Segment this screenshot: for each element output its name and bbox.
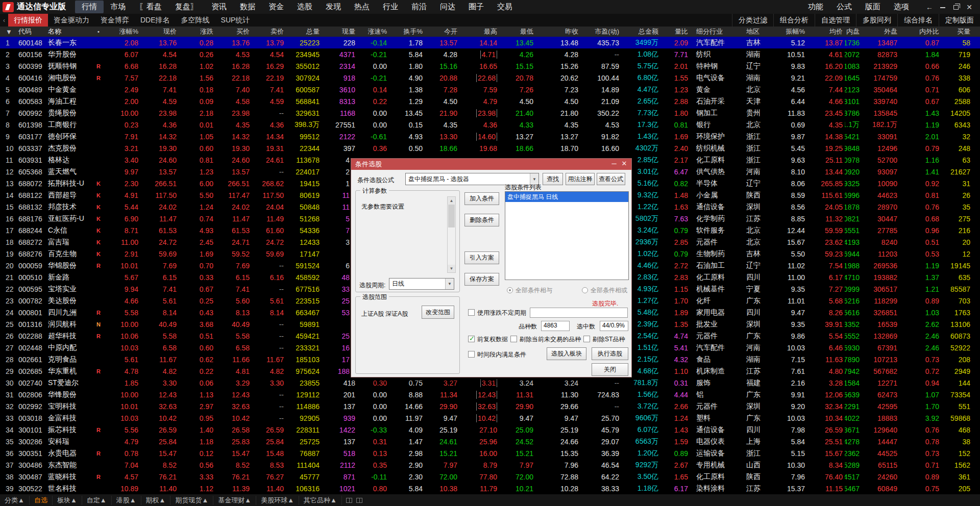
table-row[interactable]: 38300487蓝晓科技R4.5776.213.3376.2176.274577… <box>0 471 980 483</box>
menu-item-〖看盘[interactable]: 〖看盘 <box>132 1 168 13</box>
column-header-均价[interactable]: 均价 <box>807 27 845 36</box>
quote-tab-资金驱动力[interactable]: 资金驱动力 <box>48 14 95 27</box>
menu-item-行情[interactable]: 行情 <box>75 1 104 13</box>
quote-tab-多空阵线[interactable]: 多空阵线 <box>176 14 215 27</box>
close-button[interactable]: 关闭 <box>592 363 628 376</box>
column-header-昨收[interactable]: 昨收 <box>535 27 580 36</box>
filter-dropdown-icon[interactable]: ▼ <box>0 28 17 36</box>
column-header-最低[interactable]: 最低 <box>499 27 535 36</box>
table-row[interactable]: 39300522世名科技10.8911.401.1211.3911.401063… <box>0 483 980 494</box>
column-header-量比[interactable]: 量比 <box>660 27 690 36</box>
execute-select-button[interactable]: 执行选股 <box>592 347 628 360</box>
table-row[interactable]: 8601398工商银行0.234.360.014.354.36398.3万275… <box>0 119 980 131</box>
column-header-买量[interactable]: 买量 <box>941 27 972 36</box>
time-range-checkbox[interactable]: 时间段内满足条件 <box>468 350 526 359</box>
column-header-涨幅%[interactable]: 涨幅% <box>103 27 140 36</box>
subnav-collapse-icon[interactable]: ‹ <box>0 14 8 27</box>
dialog-close-icon[interactable]: ✕ <box>619 159 629 170</box>
scroll-down-icon[interactable]: ▼ <box>448 265 455 272</box>
radio-all-and[interactable]: 全部条件相与 <box>507 286 552 295</box>
table-row[interactable]: 30002740ST爱迪尔1.853.300.063.293.302385541… <box>0 377 980 389</box>
menu-item-复盘〗[interactable]: 复盘〗 <box>168 1 205 13</box>
scroll-up-icon[interactable]: ▲ <box>448 197 455 205</box>
skip-untrade-checkbox[interactable]: 剔除当前未交易的品种 <box>510 335 581 344</box>
radio-all-or[interactable]: 全部条件相或 <box>582 286 627 295</box>
view-formula-button[interactable]: 查看公式 <box>597 173 625 185</box>
close-icon[interactable]: ✕ <box>963 3 976 11</box>
menu-item-问达[interactable]: 问达 <box>433 1 462 13</box>
column-header-内外比[interactable]: 内外比 <box>899 27 941 36</box>
menu-item-前沿[interactable]: 前沿 <box>405 1 433 13</box>
table-row[interactable]: 34300101振芯科技R5.5626.591.4026.5826.592283… <box>0 424 980 436</box>
column-header-换手%[interactable]: 换手% <box>389 27 425 36</box>
period-combobox[interactable]: 日线 ▼ <box>389 278 454 290</box>
save-plan-button[interactable]: 保存方案 <box>464 273 499 286</box>
table-row[interactable]: 33003018金富科技10.0310.420.9510.42--9290593… <box>0 412 980 424</box>
board-tab-美股环球▲[interactable]: 美股环球▲ <box>256 496 299 505</box>
column-header-名称[interactable]: 名称 <box>47 27 94 36</box>
scroll-thumb[interactable] <box>448 205 455 227</box>
board-tab-分类▲[interactable]: 分类▲ <box>0 496 30 505</box>
quote-tab-资金博弈[interactable]: 资金博弈 <box>95 14 135 27</box>
forward-adjust-checkbox[interactable]: 前复权数据 <box>468 335 508 344</box>
params-scrollbar[interactable]: ▲ ▼ <box>447 196 456 273</box>
quote-tab-SUP统计[interactable]: SUP统计 <box>215 14 256 27</box>
tool-定制版面[interactable]: 定制版面 <box>939 14 980 27</box>
column-header-地区[interactable]: 地区 <box>741 27 777 36</box>
table-row[interactable]: 6600583海油工程2.004.590.094.584.59568841831… <box>0 95 980 107</box>
board-tab-其它品种▲[interactable]: 其它品种▲ <box>299 496 342 505</box>
table-row[interactable]: 3600399抚顺特钢R6.6816.281.0216.2816.2935501… <box>0 60 980 72</box>
table-row[interactable]: 5600489中金黄金2.497.410.187.407.41600587361… <box>0 84 980 95</box>
table-row[interactable]: 32002992宝明科技10.0132.632.9732.63--1148861… <box>0 400 980 412</box>
grid-layout-icon[interactable] <box>356 498 362 503</box>
change-range-button[interactable]: 改变范围 <box>422 306 454 319</box>
tool-分类过滤[interactable]: 分类过滤 <box>732 14 773 27</box>
updown-period-field[interactable] <box>530 308 628 318</box>
table-row[interactable]: 9603177德创环保7.9114.321.0514.3214.34995122… <box>0 131 980 142</box>
board-tab-基金理财▲[interactable]: 基金理财▲ <box>213 496 256 505</box>
find-button[interactable]: 查找 <box>543 173 563 185</box>
table-row[interactable]: 4600416湘电股份R7.5722.181.5622.1822.1930792… <box>0 72 980 84</box>
column-header-现量[interactable]: 现量 <box>322 27 357 36</box>
condition-list-item[interactable]: 盘中捕捉黑马 日线 <box>505 192 628 202</box>
tool-综合排名[interactable]: 综合排名 <box>897 14 939 27</box>
column-header-卖价[interactable]: 卖价 <box>252 27 286 36</box>
menu-item-热点[interactable]: 热点 <box>348 1 376 13</box>
column-header-振幅%[interactable]: 振幅% <box>777 27 807 36</box>
column-header-代码[interactable]: 代码 <box>17 27 47 36</box>
column-header-总金额[interactable]: 总金额 <box>621 27 660 36</box>
skip-st-checkbox[interactable]: 剔除ST品种 <box>583 335 625 344</box>
menu-item-选项[interactable]: 选项 <box>887 1 916 13</box>
import-plan-button[interactable]: 引入方案 <box>464 251 499 264</box>
tool-多股同列[interactable]: 多股同列 <box>856 14 897 27</box>
board-tab-自选[interactable]: 自选 <box>30 496 53 505</box>
column-header-总量[interactable]: 总量 <box>286 27 322 36</box>
menu-item-功能[interactable]: 功能 <box>801 1 830 13</box>
dialog-title-bar[interactable]: 条件选股 <box>351 159 631 170</box>
back-icon[interactable]: ← <box>923 3 936 11</box>
table-row[interactable]: 7600992贵绳股份10.0023.982.1823.98--32963111… <box>0 107 980 119</box>
column-header-涨跌[interactable]: 涨跌 <box>179 27 215 36</box>
board-tab-期货现货▲[interactable]: 期货现货▲ <box>170 496 213 505</box>
column-header-买价[interactable]: 买价 <box>215 27 252 36</box>
table-row[interactable]: 36300351永贵电器R0.7815.470.1215.4715.487688… <box>0 447 980 459</box>
table-row[interactable]: 31002806华锋股份10.0012.431.1312.43--1291122… <box>0 389 980 400</box>
column-header-内盘[interactable]: 内盘 <box>845 27 862 36</box>
menu-item-数据[interactable]: 数据 <box>233 1 262 13</box>
menu-item-市场[interactable]: 市场 <box>104 1 132 13</box>
menu-item-选股[interactable]: 选股 <box>290 1 319 13</box>
column-header-•[interactable]: • <box>94 29 103 35</box>
select-to-board-button[interactable]: 选股入板块 <box>547 347 586 360</box>
column-header-涨速%[interactable]: 涨速% <box>357 27 389 36</box>
menu-item-圈子[interactable]: 圈子 <box>462 1 491 13</box>
add-condition-button[interactable]: 加入条件 <box>464 192 499 205</box>
column-header-细分行业[interactable]: 细分行业 <box>690 27 741 36</box>
tool-组合分析[interactable]: 组合分析 <box>773 14 815 27</box>
chevron-down-icon[interactable]: ▼ <box>445 279 454 289</box>
tool-自选管理[interactable]: 自选管理 <box>815 14 856 27</box>
board-tab-自定▲[interactable]: 自定▲ <box>82 496 112 505</box>
menu-item-资金[interactable]: 资金 <box>262 1 290 13</box>
board-tab-港股▲[interactable]: 港股▲ <box>112 496 141 505</box>
split-view-icon[interactable] <box>346 498 352 503</box>
menu-item-行业[interactable]: 行业 <box>376 1 405 13</box>
